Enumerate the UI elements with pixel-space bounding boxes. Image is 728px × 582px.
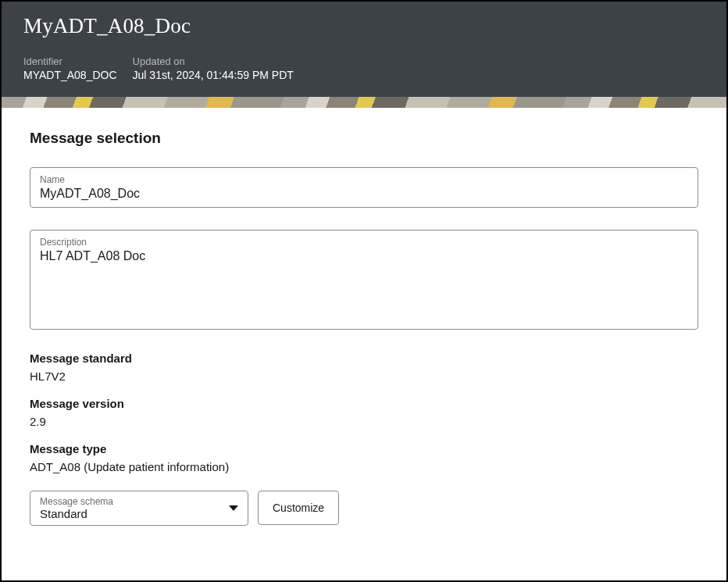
name-input[interactable] [40,187,688,201]
message-schema-value: Standard [40,507,113,520]
message-standard-block: Message standard HL7V2 [30,352,698,383]
chevron-down-icon [229,505,238,511]
schema-row: Message schema Standard Customize [30,491,698,526]
description-textarea[interactable] [40,249,688,320]
select-text-wrap: Message schema Standard [40,496,113,520]
updated-value: Jul 31st, 2024, 01:44:59 PM PDT [133,69,294,81]
name-field-label: Name [40,174,688,185]
identifier-value: MYADT_A08_DOC [23,69,117,81]
message-version-block: Message version 2.9 [30,397,698,428]
description-field-box[interactable]: Description [30,230,698,330]
message-version-label: Message version [30,397,698,410]
section-title: Message selection [30,130,698,147]
description-field-label: Description [40,237,688,248]
window-frame: MyADT_A08_Doc Identifier MYADT_A08_DOC U… [2,2,726,580]
message-type-label: Message type [30,442,698,455]
message-schema-select[interactable]: Message schema Standard [30,491,248,526]
page-header: MyADT_A08_Doc Identifier MYADT_A08_DOC U… [2,2,726,97]
updated-label: Updated on [133,55,294,67]
message-version-value: 2.9 [30,415,698,428]
message-type-value: ADT_A08 (Update patient information) [30,460,698,473]
message-standard-value: HL7V2 [30,370,698,383]
updated-block: Updated on Jul 31st, 2024, 01:44:59 PM P… [133,55,294,81]
message-schema-label: Message schema [40,496,113,507]
identifier-label: Identifier [23,55,117,67]
decorative-divider [2,97,726,108]
page-title: MyADT_A08_Doc [23,14,705,38]
content-area: Message selection Name Description Messa… [2,108,726,580]
header-meta-row: Identifier MYADT_A08_DOC Updated on Jul … [23,55,705,81]
identifier-block: Identifier MYADT_A08_DOC [23,55,117,81]
message-type-block: Message type ADT_A08 (Update patient inf… [30,442,698,473]
customize-button[interactable]: Customize [258,491,339,525]
message-standard-label: Message standard [30,352,698,365]
name-field-box[interactable]: Name [30,167,698,208]
